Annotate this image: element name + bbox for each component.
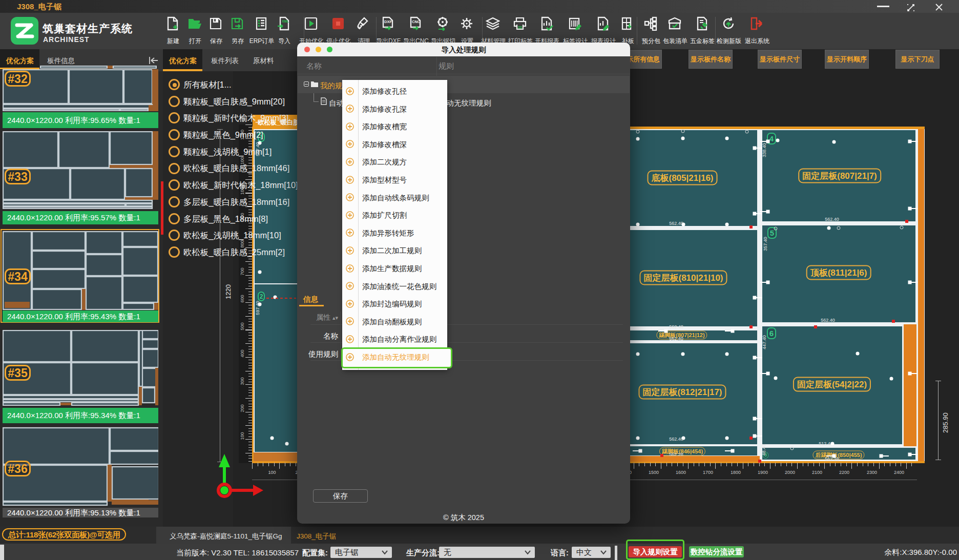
svg-text:CNC: CNC — [412, 19, 421, 24]
svg-text:XML: XML — [282, 19, 289, 23]
svg-text:DXF: DXF — [384, 19, 392, 24]
